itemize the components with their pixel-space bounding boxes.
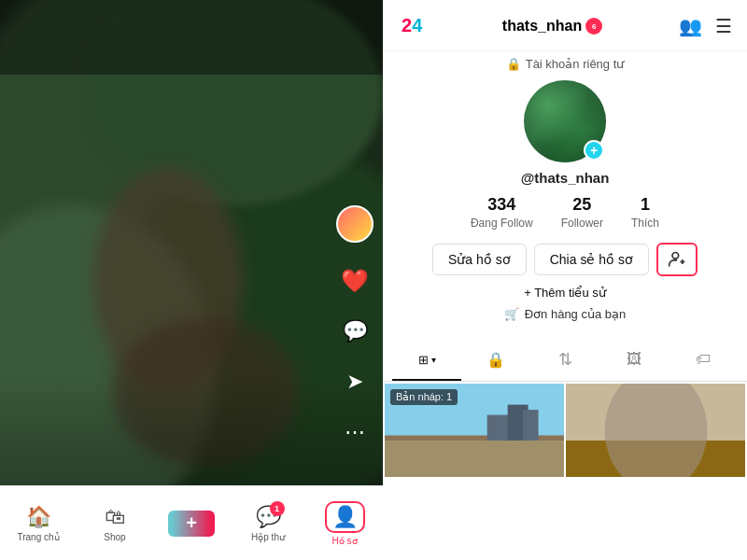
edit-profile-button[interactable]: Sửa hồ sơ: [432, 244, 527, 275]
draft-badge: Bản nháp: 1: [390, 389, 458, 405]
nav-shop[interactable]: 🛍 Shop: [77, 500, 153, 547]
share-profile-button[interactable]: Chia sẻ hồ sơ: [534, 244, 649, 275]
private-account-label: 🔒 Tài khoản riêng tư: [383, 51, 747, 80]
tab-liked[interactable]: 🏷: [669, 340, 738, 381]
liked-tab-icon: 🏷: [696, 351, 711, 368]
content-thumbnail-2[interactable]: [566, 384, 745, 477]
grid-icon: ⊞: [418, 353, 429, 367]
followers-label: Follower: [561, 217, 603, 230]
inbox-icon-wrap: 💬 1: [256, 505, 281, 529]
add-button[interactable]: +: [172, 511, 211, 537]
dropdown-chevron: ▾: [431, 355, 436, 365]
tab-private[interactable]: 🔒: [461, 340, 530, 381]
following-label: Đang Follow: [471, 217, 533, 230]
cart-icon: 🛒: [504, 307, 519, 321]
profile-icon: 👤: [332, 505, 358, 529]
home-icon: 🏠: [26, 505, 51, 529]
video-feed-panel: ❤️ 💬 ➤ ⋯ 🏠 Trang chủ 🛍 Shop + 💬 1 Hộp th…: [0, 0, 383, 560]
inbox-badge: 1: [270, 501, 285, 516]
comment-icon[interactable]: 💬: [338, 315, 372, 348]
shop-label: Shop: [104, 532, 125, 542]
nav-add[interactable]: +: [153, 506, 230, 541]
like-icon[interactable]: ❤️: [338, 264, 372, 298]
video-frame: [0, 0, 383, 560]
shop-icon: 🛍: [105, 505, 125, 529]
profile-tabs: ⊞ ▾ 🔒 ⇅ 🖼 🏷: [383, 340, 747, 382]
svg-point-11: [672, 253, 679, 259]
people-icon[interactable]: 👥: [679, 15, 702, 37]
live-badge: 6: [585, 18, 602, 35]
content-grid: Bản nháp: 1: [383, 382, 747, 479]
profile-content-area: Bản nháp: 1: [383, 382, 747, 560]
side-action-icons: ❤️ 💬 ➤ ⋯: [336, 205, 374, 449]
likes-count: 1: [641, 195, 650, 215]
tiktok-logo: 24: [398, 9, 426, 43]
private-text: Tài khoản riêng tư: [526, 57, 625, 71]
svg-rect-16: [385, 441, 564, 477]
share-icon[interactable]: ➤: [338, 365, 372, 399]
svg-rect-7: [0, 0, 383, 75]
profile-avatar-section: + @thats_nhan 334 Đang Follow 25 Followe…: [383, 80, 747, 340]
add-avatar-button[interactable]: +: [584, 140, 604, 161]
menu-icon[interactable]: ☰: [715, 15, 732, 37]
username-display: thats_nhan 6: [502, 18, 602, 35]
profile-nav-border: 👤: [325, 501, 365, 533]
likes-stat[interactable]: 1 Thích: [631, 195, 659, 230]
username-text: thats_nhan: [502, 18, 582, 35]
more-icon[interactable]: ⋯: [338, 415, 372, 449]
profile-stats: 334 Đang Follow 25 Follower 1 Thích: [471, 195, 659, 230]
add-friend-button[interactable]: [656, 243, 698, 276]
followers-stat[interactable]: 25 Follower: [561, 195, 603, 230]
gallery-tab-icon: 🖼: [627, 351, 641, 368]
draft-thumbnail[interactable]: Bản nháp: 1: [385, 384, 564, 477]
user-handle: @thats_nhan: [521, 170, 610, 186]
bio-link-text: + Thêm tiểu sử: [524, 286, 606, 300]
following-count: 334: [487, 195, 515, 215]
profile-action-buttons: Sửa hồ sơ Chia sẻ hồ sơ: [432, 243, 698, 276]
svg-text:24: 24: [402, 15, 423, 35]
lock-icon: 🔒: [506, 57, 521, 71]
tab-tagged[interactable]: 🖼: [599, 340, 669, 381]
order-label: Đơn hàng của bạn: [525, 307, 627, 321]
avatar-container: +: [524, 80, 606, 162]
svg-rect-19: [523, 410, 538, 441]
header-actions: 👥 ☰: [679, 15, 732, 37]
add-bio-link[interactable]: + Thêm tiểu sử: [524, 286, 606, 300]
svg-point-22: [605, 384, 708, 477]
tab-repost[interactable]: ⇅: [530, 340, 599, 381]
bottom-navigation: 🏠 Trang chủ 🛍 Shop + 💬 1 Hộp thư 👤 Hồ sơ: [0, 485, 383, 560]
profile-panel: 24 thats_nhan 6 👥 ☰ 🔒 Tài khoản riêng tư…: [383, 0, 747, 560]
orders-row[interactable]: 🛒 Đơn hàng của bạn: [504, 307, 627, 321]
profile-header: 24 thats_nhan 6 👥 ☰: [383, 0, 747, 51]
nav-home[interactable]: 🏠 Trang chủ: [0, 500, 77, 547]
likes-label: Thích: [631, 217, 659, 230]
creator-avatar[interactable]: [336, 205, 374, 243]
lock-tab-icon: 🔒: [486, 351, 505, 369]
tab-grid[interactable]: ⊞ ▾: [392, 340, 461, 381]
home-label: Trang chủ: [17, 532, 59, 542]
profile-label: Hồ sơ: [332, 536, 358, 546]
video-background: [0, 0, 383, 560]
followers-count: 25: [572, 195, 591, 215]
repost-icon: ⇅: [558, 349, 572, 370]
nav-profile[interactable]: 👤 Hồ sơ: [306, 497, 383, 551]
grid-tab-content: ⊞ ▾: [418, 353, 436, 367]
nav-inbox[interactable]: 💬 1 Hộp thư: [230, 500, 306, 547]
inbox-label: Hộp thư: [251, 532, 285, 542]
following-stat[interactable]: 334 Đang Follow: [471, 195, 533, 230]
